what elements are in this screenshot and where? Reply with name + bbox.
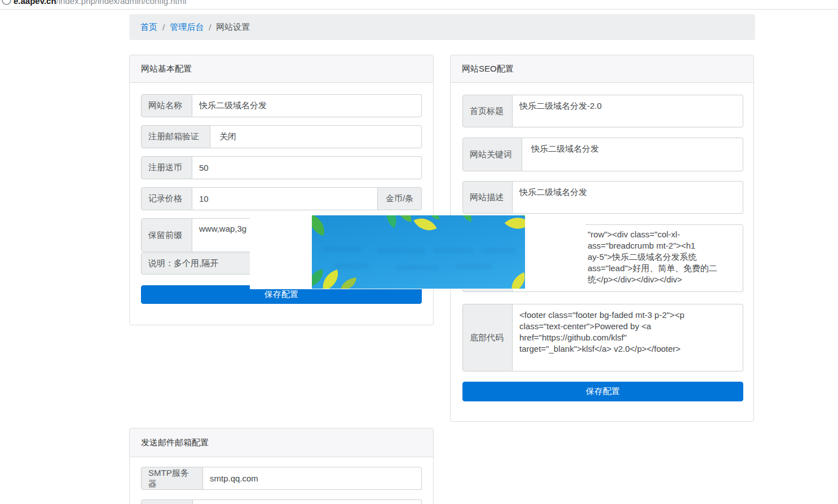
leaf-decoration: [339, 277, 358, 289]
leaf-decoration: [381, 215, 402, 228]
breadcrumb-home-link[interactable]: 首页: [140, 22, 157, 33]
url-host: e.aapev.cn: [14, 0, 56, 6]
leaf-decoration: [507, 272, 525, 289]
browser-url-bar[interactable]: e.aapev.cn/index.php/index/admin/config.…: [0, 0, 838, 9]
footer-code-row: 底部代码 <footer class="footer bg-faded mt-3…: [462, 304, 743, 372]
seo-config-card-title: 网站SEO配置: [451, 55, 753, 83]
site-name-row: 网站名称: [141, 94, 422, 117]
banner-smudge: [322, 247, 361, 252]
description-label: 网站描述: [462, 181, 513, 214]
email-verify-input[interactable]: [210, 126, 421, 148]
banner-preview-image: [312, 215, 525, 289]
smtp-next-input[interactable]: [193, 500, 421, 504]
banner-smudge: [334, 263, 368, 268]
description-row: 网站描述 快乐二级域名分发: [462, 181, 743, 214]
description-textarea[interactable]: 快乐二级域名分发: [513, 181, 743, 214]
leaf-decoration: [505, 215, 525, 236]
banner-smudge: [396, 265, 439, 270]
leaf-decoration: [397, 215, 413, 222]
email-verify-row: 注册邮箱验证: [141, 125, 422, 148]
breadcrumb-separator: /: [209, 23, 211, 32]
admin-config-page: e.aapev.cn/index.php/index/admin/config.…: [0, 0, 838, 504]
breadcrumb-separator: /: [162, 23, 165, 32]
leaf-decoration: [458, 215, 475, 222]
home-title-label: 首页标题: [462, 95, 513, 127]
register-coins-label: 注册送币: [141, 156, 192, 179]
footer-code-value: <footer class="footer bg-faded mt-3 p-2"…: [513, 304, 743, 360]
breadcrumb-admin-link[interactable]: 管理后台: [170, 22, 204, 33]
site-name-input[interactable]: [192, 95, 421, 117]
banner-smudge: [481, 248, 515, 253]
keywords-textarea[interactable]: 快乐二级域名分发: [522, 138, 743, 171]
smtp-server-row: SMTP服务器: [141, 467, 422, 490]
smtp-server-input[interactable]: [203, 467, 421, 489]
keywords-label: 网站关键词: [462, 138, 522, 171]
banner-smudge: [456, 264, 492, 269]
keywords-row: 网站关键词 快乐二级域名分发: [462, 138, 743, 171]
breadcrumb: 首页 / 管理后台 / 网站设置: [129, 14, 755, 40]
site-name-label: 网站名称: [141, 94, 192, 117]
smtp-next-row: [141, 499, 422, 504]
url-bar-divider: [0, 9, 838, 10]
smtp-next-label: [141, 499, 193, 504]
mail-config-card: 发送邮件邮箱配置 SMTP服务器: [129, 428, 434, 504]
banner-smudge: [433, 247, 473, 253]
url-path: /index.php/index/admin/config.html: [56, 0, 187, 6]
register-coins-row: 注册送币: [141, 156, 422, 179]
record-price-input[interactable]: [192, 188, 377, 210]
record-price-row: 记录价格 金币/条: [141, 187, 422, 210]
leaf-decoration: [431, 215, 440, 220]
site-info-icon[interactable]: [2, 0, 11, 5]
home-title-row: 首页标题 快乐二级域名分发-2.0: [462, 95, 743, 127]
reserved-prefix-label: 保留前缀: [141, 218, 192, 252]
seo-save-button[interactable]: 保存配置: [462, 382, 743, 401]
breadcrumb-current: 网站设置: [216, 22, 250, 33]
leaf-decoration: [413, 215, 437, 236]
footer-code-textarea[interactable]: <footer class="footer bg-faded mt-3 p-2"…: [513, 304, 743, 372]
footer-code-label: 底部代码: [462, 304, 513, 372]
description-value: 快乐二级域名分发: [513, 182, 743, 203]
record-price-unit: 金币/条: [377, 187, 422, 210]
banner-smudge: [377, 248, 425, 253]
home-title-textarea[interactable]: 快乐二级域名分发-2.0: [513, 95, 743, 127]
record-price-label: 记录价格: [141, 187, 192, 210]
smtp-server-label: SMTP服务器: [141, 467, 203, 490]
keywords-value: 快乐二级域名分发: [522, 138, 743, 160]
basic-config-card-title: 网站基本配置: [130, 55, 433, 83]
mail-config-card-title: 发送邮件邮箱配置: [130, 428, 433, 457]
register-coins-input[interactable]: [192, 157, 421, 179]
leaf-decoration: [312, 215, 329, 236]
url-text[interactable]: e.aapev.cn/index.php/index/admin/config.…: [14, 0, 187, 6]
email-verify-label: 注册邮箱验证: [141, 125, 210, 148]
home-title-value: 快乐二级域名分发-2.0: [513, 95, 743, 117]
